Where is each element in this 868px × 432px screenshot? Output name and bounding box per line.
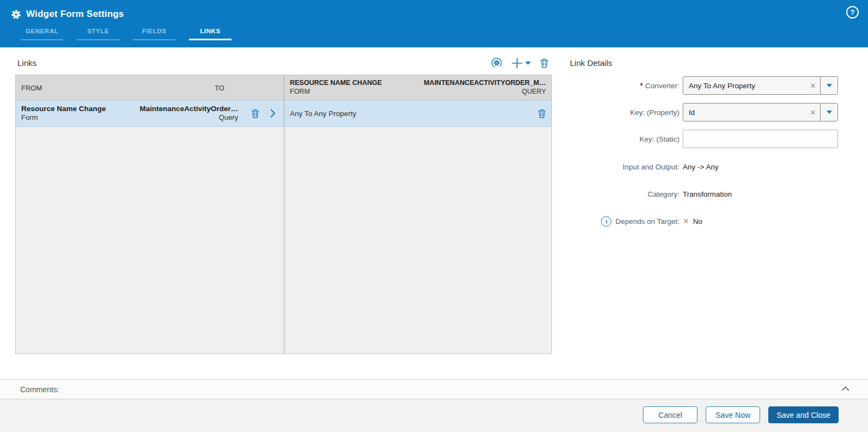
selected-to-subtitle: QUERY [424, 88, 546, 96]
links-table: FROM TO Resource Name Change Form Mainte… [15, 75, 552, 354]
delete-icon[interactable] [540, 58, 549, 68]
depends-on-target-value-cell: ✕ No [683, 217, 702, 226]
cancel-button[interactable]: Cancel [643, 406, 697, 423]
depends-on-target-row: i Depends on Target: ✕ No [570, 216, 845, 227]
comments-bar[interactable]: Comments: [0, 379, 868, 399]
converters-table-header: RESOURCE NAME CHANGE FORM MAINTENANCEACT… [284, 75, 551, 100]
save-and-close-button[interactable]: Save and Close [768, 406, 839, 423]
column-header-to: TO [215, 83, 224, 92]
input-output-label: Input and Output: [570, 163, 679, 171]
link-from-title: Resource Name Change [21, 104, 106, 114]
depends-on-target-value: No [693, 217, 702, 226]
table-empty-area [16, 127, 284, 354]
selected-to-header: MAINTENANCEACTIVITYORDER_M… QUERY [424, 79, 546, 96]
clear-icon[interactable]: ✕ [806, 104, 820, 121]
link-from-cell: Resource Name Change Form [21, 104, 106, 123]
link-to-subtitle: Query [106, 113, 238, 123]
save-now-button[interactable]: Save Now [706, 406, 760, 423]
title-row: Widget Form Settings [0, 0, 868, 22]
link-details-title: Link Details [570, 57, 845, 68]
tab-links[interactable]: LINKS [189, 28, 232, 40]
gear-icon [11, 9, 21, 20]
titlebar: Widget Form Settings ? GENERAL STYLE FIE… [0, 0, 868, 47]
help-icon[interactable]: ? [846, 6, 859, 19]
add-menu-caret-icon[interactable] [525, 62, 531, 65]
links-table-header: FROM TO [16, 75, 284, 100]
key-property-combobox: Id ✕ [683, 103, 838, 121]
row-actions [251, 109, 278, 118]
converter-combobox: Any To Any Property ✕ [683, 76, 838, 95]
converter-field-row: * Converter: Any To Any Property ✕ [570, 76, 845, 95]
table-row[interactable]: Resource Name Change Form MaintenanceAct… [16, 100, 284, 127]
comments-label: Comments: [20, 385, 59, 394]
depends-on-target-label: Depends on Target: [615, 217, 679, 226]
info-icon[interactable]: i [601, 216, 611, 227]
key-property-value[interactable]: Id [683, 104, 806, 121]
delete-row-icon[interactable] [251, 109, 259, 118]
add-icon[interactable] [512, 58, 523, 69]
link-converters-pane: RESOURCE NAME CHANGE FORM MAINTENANCEACT… [284, 75, 551, 354]
key-static-input[interactable] [683, 130, 838, 148]
cross-icon: ✕ [683, 217, 689, 226]
auto-map-gear-icon[interactable] [491, 57, 502, 69]
input-output-value: Any -> Any [683, 163, 719, 171]
footer-bar: Cancel Save Now Save and Close [0, 399, 868, 432]
key-static-label: Key: (Static) [570, 135, 679, 143]
selected-from-header: RESOURCE NAME CHANGE FORM [290, 79, 382, 96]
selected-from-subtitle: FORM [290, 88, 382, 96]
category-label: Category: [570, 190, 679, 198]
tab-fields[interactable]: FIELDS [133, 28, 175, 40]
converter-value[interactable]: Any To Any Property [683, 77, 806, 94]
tab-style[interactable]: STYLE [77, 28, 119, 40]
chevron-up-icon[interactable] [841, 386, 849, 391]
selected-from-title: RESOURCE NAME CHANGE [290, 79, 382, 88]
chevron-down-icon [827, 84, 832, 87]
page-title: Widget Form Settings [26, 9, 124, 20]
required-asterisk: * [640, 81, 643, 90]
links-header: Links [15, 57, 552, 73]
key-property-field-row: Key: (Property) Id ✕ [570, 103, 845, 121]
chevron-right-icon[interactable] [270, 109, 276, 118]
converter-label-cell: * Converter: [570, 81, 679, 90]
link-to-title: MaintenanceActivityOrder… [106, 104, 238, 114]
dropdown-button[interactable] [820, 77, 837, 94]
category-row: Category: Transformation [570, 188, 845, 199]
link-details-panel: Link Details * Converter: Any To Any Pro… [570, 57, 845, 243]
link-from-subtitle: Form [21, 113, 106, 123]
input-output-row: Input and Output: Any -> Any [570, 161, 845, 172]
key-static-field-row: Key: (Static) [570, 130, 845, 148]
key-property-label: Key: (Property) [570, 108, 679, 117]
links-panel-title: Links [17, 58, 37, 68]
links-from-to-pane: FROM TO Resource Name Change Form Mainte… [16, 75, 284, 354]
link-to-cell: MaintenanceActivityOrder… Query [106, 104, 238, 123]
chevron-down-icon [827, 111, 832, 114]
links-toolbar [491, 57, 549, 69]
dropdown-button[interactable] [820, 104, 837, 121]
table-row[interactable]: Any To Any Property [284, 100, 551, 127]
clear-icon[interactable]: ✕ [806, 77, 820, 94]
column-header-from: FROM [21, 83, 42, 92]
converter-name: Any To Any Property [290, 109, 356, 118]
tab-general[interactable]: GENERAL [21, 28, 63, 40]
tab-bar: GENERAL STYLE FIELDS LINKS [21, 28, 245, 40]
depends-label-cell: i Depends on Target: [570, 216, 679, 227]
converter-label: Converter: [645, 82, 679, 90]
delete-converter-icon[interactable] [538, 109, 546, 118]
category-value: Transformation [683, 190, 732, 198]
table-empty-area [284, 127, 551, 354]
selected-to-title: MAINTENANCEACTIVITYORDER_M… [424, 79, 546, 88]
